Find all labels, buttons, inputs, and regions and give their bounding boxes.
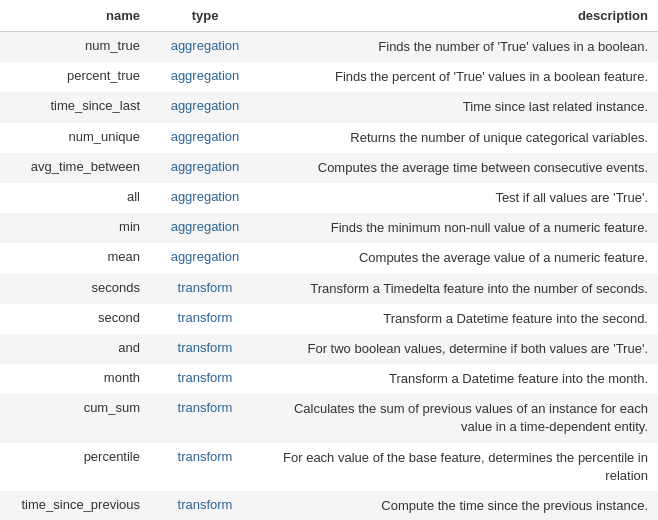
cell-description: Finds the percent of 'True' values in a … (260, 62, 658, 92)
cell-description: Calculates the sum of previous values of… (260, 394, 658, 442)
cell-description: For two boolean values, determine if bot… (260, 334, 658, 364)
cell-type: aggregation (150, 243, 260, 273)
table-row: avg_time_betweenaggregationComputes the … (0, 153, 658, 183)
cell-type: transform (150, 394, 260, 442)
cell-name: month (0, 364, 150, 394)
cell-description: Test if all values are 'True'. (260, 183, 658, 213)
cell-name: time_since_previous (0, 491, 150, 520)
table-row: secondstransformTransform a Timedelta fe… (0, 274, 658, 304)
cell-name: percent_true (0, 62, 150, 92)
cell-description: Compute the time since the previous inst… (260, 491, 658, 520)
cell-name: num_unique (0, 123, 150, 153)
cell-type: aggregation (150, 123, 260, 153)
cell-type: transform (150, 334, 260, 364)
table-row: time_since_lastaggregationTime since las… (0, 92, 658, 122)
cell-description: For each value of the base feature, dete… (260, 443, 658, 491)
table-row: num_uniqueaggregationReturns the number … (0, 123, 658, 153)
cell-name: cum_sum (0, 394, 150, 442)
description-column-header: description (260, 0, 658, 32)
table-row: num_trueaggregationFinds the number of '… (0, 32, 658, 63)
cell-type: transform (150, 274, 260, 304)
cell-description: Returns the number of unique categorical… (260, 123, 658, 153)
table-row: cum_sumtransformCalculates the sum of pr… (0, 394, 658, 442)
cell-name: min (0, 213, 150, 243)
table-row: andtransformFor two boolean values, dete… (0, 334, 658, 364)
cell-name: seconds (0, 274, 150, 304)
table-row: time_since_previoustransformCompute the … (0, 491, 658, 520)
cell-description: Transform a Datetime feature into the mo… (260, 364, 658, 394)
cell-description: Time since last related instance. (260, 92, 658, 122)
table-row: minaggregationFinds the minimum non-null… (0, 213, 658, 243)
cell-type: aggregation (150, 213, 260, 243)
table-header-row: name type description (0, 0, 658, 32)
table-row: allaggregationTest if all values are 'Tr… (0, 183, 658, 213)
cell-type: aggregation (150, 183, 260, 213)
cell-description: Computes the average value of a numeric … (260, 243, 658, 273)
cell-type: transform (150, 304, 260, 334)
table-row: monthtransformTransform a Datetime featu… (0, 364, 658, 394)
features-table: name type description num_trueaggregatio… (0, 0, 658, 520)
name-column-header: name (0, 0, 150, 32)
cell-description: Transform a Datetime feature into the se… (260, 304, 658, 334)
table-row: secondtransformTransform a Datetime feat… (0, 304, 658, 334)
cell-name: second (0, 304, 150, 334)
cell-type: transform (150, 491, 260, 520)
cell-description: Finds the minimum non-null value of a nu… (260, 213, 658, 243)
cell-name: and (0, 334, 150, 364)
cell-type: aggregation (150, 153, 260, 183)
cell-type: transform (150, 364, 260, 394)
cell-name: all (0, 183, 150, 213)
cell-type: transform (150, 443, 260, 491)
cell-type: aggregation (150, 32, 260, 63)
cell-name: num_true (0, 32, 150, 63)
table-row: percent_trueaggregationFinds the percent… (0, 62, 658, 92)
type-column-header: type (150, 0, 260, 32)
table-row: meanaggregationComputes the average valu… (0, 243, 658, 273)
cell-type: aggregation (150, 62, 260, 92)
cell-description: Computes the average time between consec… (260, 153, 658, 183)
cell-name: percentile (0, 443, 150, 491)
cell-description: Transform a Timedelta feature into the n… (260, 274, 658, 304)
cell-name: time_since_last (0, 92, 150, 122)
cell-description: Finds the number of 'True' values in a b… (260, 32, 658, 63)
cell-name: mean (0, 243, 150, 273)
cell-type: aggregation (150, 92, 260, 122)
table-row: percentiletransformFor each value of the… (0, 443, 658, 491)
cell-name: avg_time_between (0, 153, 150, 183)
